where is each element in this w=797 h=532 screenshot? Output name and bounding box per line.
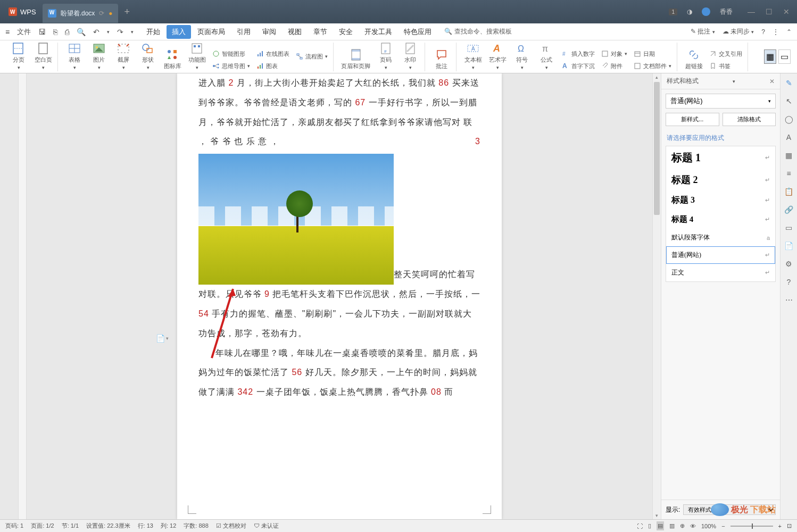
menu-view[interactable]: 视图 (283, 25, 307, 39)
side-select-icon[interactable]: ↖ (784, 96, 794, 106)
status-page[interactable]: 页面: 1/2 (31, 522, 54, 530)
status-column[interactable]: 列: 12 (161, 522, 176, 530)
pane-close-icon[interactable]: ✕ (769, 78, 775, 85)
status-not-verified[interactable]: 🛡 未认证 (254, 522, 279, 530)
zoom-out-icon[interactable]: − (721, 523, 725, 529)
view-outline-icon[interactable]: ▥ (669, 522, 675, 529)
ribbon-view-mode-2[interactable]: ▭ (778, 49, 791, 64)
menu-references[interactable]: 引用 (231, 25, 256, 39)
style-heading-3[interactable]: 标题 3↵ (666, 190, 775, 210)
window-close-button[interactable]: ✕ (783, 7, 790, 16)
screenshot-button[interactable]: 截屏▾ (113, 41, 134, 71)
header-footer-button[interactable]: 页眉和页脚 (340, 47, 371, 71)
style-default-font[interactable]: 默认段落字体a (666, 229, 775, 246)
status-position[interactable]: 设置值: 22.3厘米 (86, 522, 130, 530)
show-filter-select[interactable]: 有效样式 (683, 504, 776, 515)
style-body[interactable]: 正文↵ (666, 264, 775, 281)
zoom-level[interactable]: 100% (701, 523, 716, 529)
side-text-icon[interactable]: A (784, 132, 794, 143)
blank-page-button[interactable]: 空白页▾ (33, 41, 53, 71)
style-normal-web[interactable]: 普通(网站)↵ (666, 246, 775, 264)
fullscreen-icon[interactable]: ⛶ (637, 523, 643, 529)
formula-button[interactable]: π公式▾ (536, 41, 557, 71)
menu-special[interactable]: 特色应用 (399, 25, 437, 39)
menu-dev-tools[interactable]: 开发工具 (359, 25, 397, 39)
side-outline-icon[interactable]: ≡ (784, 168, 794, 179)
collapse-ribbon-icon[interactable]: ⌃ (786, 28, 792, 36)
status-doc-check[interactable]: ☑ 文档校对 (216, 522, 246, 530)
view-page-icon[interactable]: ▤ (657, 521, 664, 530)
side-link-icon[interactable]: 🔗 (784, 204, 794, 215)
doc-parts-button[interactable]: 文档部件 ▾ (633, 61, 673, 71)
vertical-scrollbar[interactable]: ▴ ▾ (652, 73, 661, 519)
side-shape-icon[interactable]: ◯ (784, 114, 794, 124)
status-line[interactable]: 行: 13 (138, 522, 153, 530)
print-icon[interactable]: ⎙ (65, 28, 69, 36)
icon-library-button[interactable]: 图标库 (162, 47, 182, 71)
attachment-button[interactable]: 附件 (600, 61, 628, 71)
save-icon[interactable]: 🖫 (38, 28, 46, 36)
fit-page-icon[interactable]: ⊡ (787, 522, 792, 529)
print-preview-icon[interactable]: 🔍 (77, 28, 86, 36)
status-section[interactable]: 节: 1/1 (62, 522, 79, 530)
user-name[interactable]: 香香 (720, 7, 733, 16)
side-more-icon[interactable]: ⋯ (784, 295, 794, 305)
style-heading-2[interactable]: 标题 2↵ (666, 169, 775, 190)
new-tab-button[interactable]: + (118, 6, 137, 18)
export-icon[interactable]: ⎘ (53, 28, 57, 36)
side-page-icon[interactable]: ▭ (784, 222, 794, 233)
tab-refresh-icon[interactable]: ⟳ (99, 10, 104, 17)
redo-icon[interactable]: ↷ (117, 28, 123, 36)
status-wordcount[interactable]: 字数: 888 (184, 522, 208, 530)
watermark-button[interactable]: 水印▾ (400, 41, 420, 71)
side-styles-icon[interactable]: ✎ (784, 78, 794, 88)
more-menu-icon[interactable]: ⋮ (773, 28, 779, 36)
side-table-icon[interactable]: ▦ (784, 150, 794, 161)
view-eye-icon[interactable]: 👁 (690, 523, 696, 529)
object-button[interactable]: 对象 ▾ (600, 49, 628, 59)
zoom-in-icon[interactable]: + (778, 523, 782, 529)
theme-icon[interactable]: ◑ (687, 8, 692, 15)
menu-start[interactable]: 开始 (141, 25, 165, 39)
menu-security[interactable]: 安全 (334, 25, 358, 39)
user-avatar-icon[interactable] (702, 7, 710, 16)
table-button[interactable]: 表格▾ (64, 41, 85, 71)
menu-page-layout[interactable]: 页面布局 (192, 25, 230, 39)
insert-number-button[interactable]: #插入数字 (561, 49, 596, 59)
side-help-icon[interactable]: ? (784, 277, 794, 287)
wordart-button[interactable]: A艺术字▾ (487, 41, 508, 71)
search-command[interactable]: 🔍 查找命令、搜索模板 (444, 27, 511, 36)
view-reading-icon[interactable]: ▯ (648, 522, 651, 529)
notification-badge[interactable]: 1 (669, 9, 677, 15)
qat-dropdown-icon[interactable]: ▾ (107, 29, 110, 35)
mindmap-button[interactable]: 思维导图 ▾ (211, 61, 251, 71)
document-body[interactable]: 进入腊 2 月，街上大街小巷开始卖起了大红的长纸，我们就 86 买来送到爷爷家。… (198, 73, 480, 402)
picture-button[interactable]: 图片▾ (89, 41, 109, 71)
menu-insert[interactable]: 插入 (167, 25, 191, 39)
current-style-select[interactable]: 普通(网站) ▾ (666, 94, 776, 109)
document-page[interactable]: 📄 ▾ 进入腊 2 月，街上大街小巷开始卖起了大红的长纸，我们就 86 买来送到… (177, 73, 502, 519)
side-settings-icon[interactable]: ⚙ (784, 259, 794, 269)
vertical-ruler[interactable] (18, 73, 27, 519)
window-minimize-button[interactable]: — (748, 7, 755, 16)
smart-graphic-button[interactable]: 智能图形 (211, 49, 251, 59)
style-heading-1[interactable]: 标题 1↵ (666, 146, 775, 169)
page-number-button[interactable]: #页码▾ (376, 41, 396, 71)
scrollbar-thumb[interactable] (654, 82, 660, 215)
chart-button[interactable]: 图表 (255, 61, 290, 71)
view-web-icon[interactable]: ⊕ (680, 522, 685, 529)
function-chart-button[interactable]: 功能图▾ (187, 41, 207, 71)
side-clipboard-icon[interactable]: 📋 (784, 186, 794, 197)
inline-image[interactable] (198, 154, 394, 285)
status-page-code[interactable]: 页码: 1 (5, 522, 23, 530)
document-scroll-area[interactable]: 📄 ▾ 进入腊 2 月，街上大街小巷开始卖起了大红的长纸，我们就 86 买来送到… (27, 73, 652, 519)
ribbon-view-mode-1[interactable]: ▦ (764, 49, 776, 64)
sync-status[interactable]: ☁ 未同步 ▾ (723, 27, 754, 36)
shapes-button[interactable]: 形状▾ (138, 41, 158, 71)
symbol-button[interactable]: Ω符号▾ (512, 41, 532, 71)
bookmark-button[interactable]: 书签 (708, 61, 743, 71)
undo-icon[interactable]: ↶ (93, 28, 99, 36)
style-heading-4[interactable]: 标题 4↵ (666, 210, 775, 229)
zoom-slider[interactable] (730, 526, 773, 527)
hyperlink-button[interactable]: 超链接 (684, 47, 704, 71)
